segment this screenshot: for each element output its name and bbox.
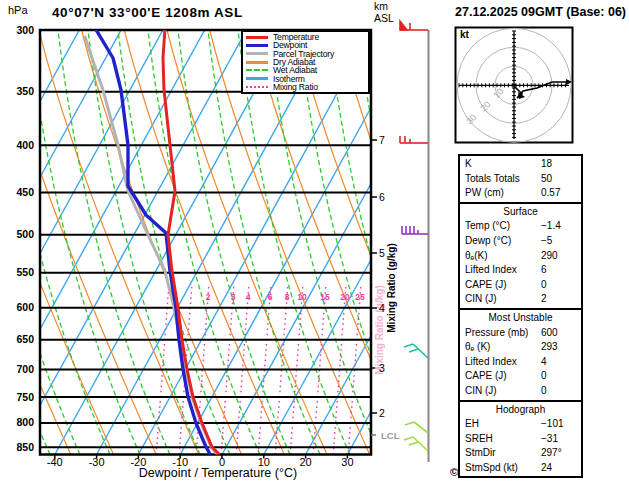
km-tick-label: 2 <box>379 407 385 419</box>
table-row-value: 0 <box>541 384 581 399</box>
table-row-value: 0 <box>541 278 581 293</box>
table-row-label: SREH <box>460 432 541 447</box>
legend-swatch <box>246 77 268 80</box>
pressure-tick-label: 850 <box>4 441 34 453</box>
x-tick-label: -30 <box>80 456 114 468</box>
table-row-label: Pressure (mb) <box>460 326 541 341</box>
legend-label: Mixing Ratio <box>273 83 318 91</box>
hodograph-unit-label: kt <box>460 29 470 40</box>
x-axis-label: Dewpoint / Temperature (°C) <box>90 466 346 480</box>
legend-swatch <box>246 69 268 71</box>
table-row-value: 0 <box>541 369 581 384</box>
pressure-unit-label: hPa <box>8 4 28 16</box>
table-row-label: Dewp (°C) <box>460 234 541 249</box>
table-section-header: Hodograph <box>460 403 581 418</box>
table-row-label: StmDir <box>460 446 541 461</box>
parcel-trajectory-trace <box>85 37 217 454</box>
table-row: CIN (J)2 <box>460 292 581 307</box>
table-row: CIN (J)0 <box>460 384 581 399</box>
table-row-label: CAPE (J) <box>460 369 541 384</box>
table-section-header: Surface <box>460 205 581 220</box>
table-row: SREH−31 <box>460 432 581 447</box>
table-row: K18 <box>460 157 581 172</box>
table-row-value: 290 <box>541 249 581 264</box>
wind-barb <box>404 344 428 358</box>
pressure-tick-label: 300 <box>4 24 34 36</box>
pressure-tick-label: 550 <box>4 266 34 278</box>
legend-item: Mixing Ratio <box>246 83 368 91</box>
table-row-value: 2 <box>541 292 581 307</box>
table-row-value: 297° <box>541 446 581 461</box>
table-row: Lifted Index6 <box>460 263 581 278</box>
table-row: Lifted Index4 <box>460 355 581 370</box>
table-row: StmDir297° <box>460 446 581 461</box>
table-section: K18Totals Totals50PW (cm)0.57 <box>460 156 581 202</box>
table-row-label: CIN (J) <box>460 292 541 307</box>
hodograph: 102030kt <box>456 28 573 143</box>
table-row-label: CIN (J) <box>460 384 541 399</box>
table-section: Most UnstablePressure (mb)600θₑ (K)293Li… <box>460 308 581 400</box>
pressure-tick-label: 500 <box>4 228 34 240</box>
x-tick-label: -20 <box>121 456 155 468</box>
legend-swatch <box>246 86 268 88</box>
table-row-value: 0.57 <box>541 186 581 201</box>
table-row: CAPE (J)0 <box>460 278 581 293</box>
table-row-value: −1.4 <box>541 219 581 234</box>
table-row-value: −31 <box>541 432 581 447</box>
wind-barb <box>400 136 428 143</box>
legend-item: Temperature <box>246 33 368 41</box>
skewt-sounding-page: 102030kt hPa 40°07'N 33°00'E 1208m ASL k… <box>0 0 629 486</box>
mixing-ratio-value-label: 6 <box>261 292 279 302</box>
wind-barb <box>402 226 428 234</box>
legend-item: Wet Adiabat <box>246 66 368 74</box>
table-row-label: Lifted Index <box>460 355 541 370</box>
table-row-value: −101 <box>541 417 581 432</box>
table-row-label: θₑ (K) <box>460 340 541 355</box>
table-row-value: 600 <box>541 326 581 341</box>
pressure-tick-label: 600 <box>4 301 34 313</box>
table-section: HodographEH−101SREH−31StmDir297°StmSpd (… <box>460 400 581 477</box>
mixing-ratio-value-label: 10 <box>293 292 311 302</box>
table-row: Pressure (mb)600 <box>460 326 581 341</box>
pressure-tick-label: 400 <box>4 139 34 151</box>
table-row-label: Totals Totals <box>460 172 541 187</box>
table-row-value: 24 <box>541 461 581 476</box>
km-tick-label: 6 <box>379 191 385 203</box>
indices-table: K18Totals Totals50PW (cm)0.57SurfaceTemp… <box>458 154 583 478</box>
km-tick-label: 7 <box>379 134 385 146</box>
table-row: θₑ(K)290 <box>460 249 581 264</box>
pressure-tick-label: 650 <box>4 333 34 345</box>
pressure-tick-label: 450 <box>4 186 34 198</box>
legend-swatch <box>246 52 268 55</box>
mixing-ratio-value-label: 4 <box>239 292 257 302</box>
table-row: StmSpd (kt)24 <box>460 461 581 476</box>
table-row-value: 4 <box>541 355 581 370</box>
mixing-ratio-value-label: 25 <box>351 292 369 302</box>
wind-barb <box>405 422 428 433</box>
table-row-label: K <box>460 157 541 172</box>
station-title: 40°07'N 33°00'E 1208m ASL <box>52 5 243 20</box>
table-row-value: 293 <box>541 340 581 355</box>
table-section-header: Most Unstable <box>460 311 581 326</box>
valid-datetime: 27.12.2025 09GMT (Base: 06) <box>402 5 626 19</box>
pressure-tick-label: 700 <box>4 363 34 375</box>
wind-barb <box>400 21 428 30</box>
km-tick-label: 3 <box>379 362 385 374</box>
x-tick-label: 10 <box>247 456 281 468</box>
x-tick-label: -40 <box>38 456 72 468</box>
table-row-label: PW (cm) <box>460 186 541 201</box>
legend-swatch <box>246 36 268 39</box>
table-row: Temp (°C)−1.4 <box>460 219 581 234</box>
km-unit-label: km <box>374 0 388 12</box>
table-row-value: −5 <box>541 234 581 249</box>
table-row: Totals Totals50 <box>460 172 581 187</box>
x-tick-label: 0 <box>205 456 239 468</box>
asl-unit-label: ASL <box>374 12 394 24</box>
legend-swatch <box>246 44 268 47</box>
x-tick-label: -10 <box>163 456 197 468</box>
table-row: Dewp (°C)−5 <box>460 234 581 249</box>
legend-swatch <box>246 61 268 64</box>
mixing-ratio-value-label: 2 <box>199 292 217 302</box>
pressure-tick-label: 750 <box>4 391 34 403</box>
km-tick-label: 4 <box>379 302 385 314</box>
